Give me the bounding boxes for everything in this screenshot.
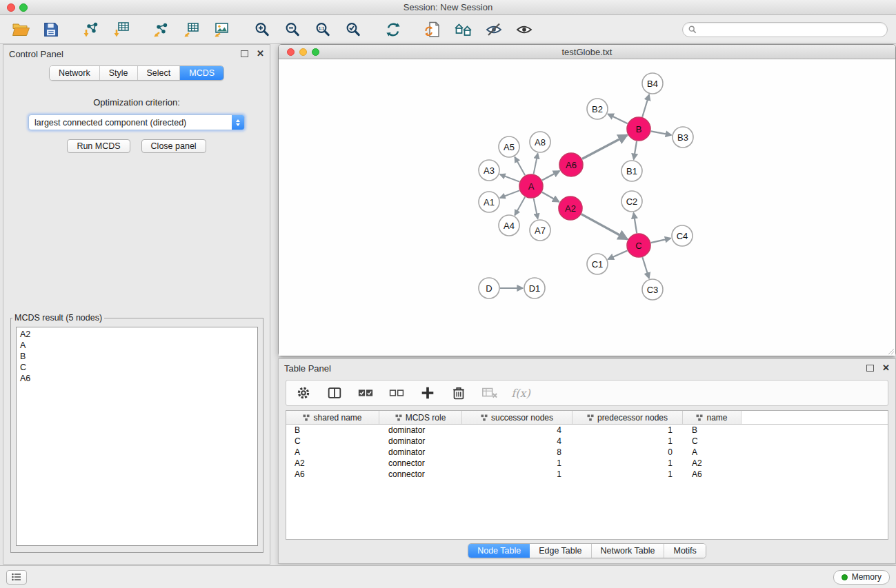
network-close-button[interactable] bbox=[287, 48, 295, 56]
column-header-successor-nodes[interactable]: successor nodes bbox=[462, 411, 573, 424]
graph-node-B[interactable]: B bbox=[627, 117, 650, 141]
graph-edge-A-A2[interactable] bbox=[542, 192, 559, 202]
apply-layout-button[interactable] bbox=[381, 18, 406, 41]
graph-edge-B-B4[interactable] bbox=[642, 94, 649, 117]
graph-edge-B-B1[interactable] bbox=[634, 141, 637, 159]
column-header-shared-name[interactable]: shared name bbox=[286, 411, 379, 424]
document-arrows-button[interactable] bbox=[421, 18, 446, 41]
column-header-name[interactable]: name bbox=[683, 411, 741, 424]
add-column-button[interactable] bbox=[417, 383, 438, 403]
graph-node-B1[interactable]: B1 bbox=[621, 161, 642, 181]
graph-node-C1[interactable]: C1 bbox=[587, 254, 608, 274]
network-minimize-button[interactable] bbox=[299, 48, 307, 56]
float-panel-button[interactable] bbox=[241, 50, 248, 57]
search-input[interactable] bbox=[700, 25, 882, 34]
graph-node-A[interactable]: A bbox=[519, 174, 543, 198]
open-session-button[interactable] bbox=[8, 18, 33, 41]
graph-edge-A-A6[interactable] bbox=[542, 171, 559, 181]
save-session-button[interactable] bbox=[39, 18, 63, 41]
graph-node-A5[interactable]: A5 bbox=[499, 136, 519, 157]
graph-node-D[interactable]: D bbox=[479, 278, 499, 298]
graph-node-C2[interactable]: C2 bbox=[621, 191, 642, 212]
graph-node-C3[interactable]: C3 bbox=[642, 279, 663, 300]
resize-grip[interactable] bbox=[886, 347, 895, 355]
zoom-out-button[interactable] bbox=[280, 18, 305, 41]
result-item[interactable]: B bbox=[20, 351, 254, 362]
apply-function-button[interactable]: f(x) bbox=[510, 383, 531, 403]
table-row[interactable]: A2connector11A2 bbox=[286, 458, 888, 469]
hide-details-button[interactable] bbox=[481, 18, 506, 41]
zoom-fit-button[interactable] bbox=[341, 18, 366, 41]
run-mcds-button[interactable]: Run MCDS bbox=[67, 139, 130, 153]
graph-edge-C-C2[interactable] bbox=[634, 213, 637, 233]
export-table-button[interactable] bbox=[179, 18, 204, 41]
graph-node-A7[interactable]: A7 bbox=[530, 220, 550, 241]
delete-column-button[interactable] bbox=[448, 383, 469, 403]
graph-node-A3[interactable]: A3 bbox=[479, 160, 499, 181]
graph-node-C4[interactable]: C4 bbox=[672, 225, 693, 246]
graph-node-A6[interactable]: A6 bbox=[559, 153, 583, 176]
show-columns-button[interactable] bbox=[324, 383, 345, 403]
tab-network[interactable]: Network bbox=[50, 66, 100, 80]
close-table-panel-button[interactable]: ✕ bbox=[882, 365, 890, 372]
tab-style[interactable]: Style bbox=[100, 66, 138, 80]
float-table-panel-button[interactable] bbox=[866, 365, 874, 372]
tab-network-table[interactable]: Network Table bbox=[592, 544, 665, 558]
import-table-button[interactable] bbox=[109, 18, 134, 41]
table-row[interactable]: Adominator80A bbox=[286, 447, 888, 458]
tab-node-table[interactable]: Node Table bbox=[468, 544, 530, 558]
network-canvas[interactable]: B4B2BB3A8A5A6A3B1AC2A1A2A4A7C4CC1C3DD1 bbox=[279, 59, 895, 356]
graph-edge-C-C3[interactable] bbox=[642, 257, 649, 278]
tab-motifs[interactable]: Motifs bbox=[664, 544, 705, 558]
import-network-button[interactable] bbox=[79, 18, 103, 41]
first-neighbors-button[interactable] bbox=[451, 18, 476, 41]
graph-edge-B-B2[interactable] bbox=[608, 114, 627, 123]
export-network-button[interactable] bbox=[149, 18, 174, 41]
graph-edge-A-A7[interactable] bbox=[534, 199, 538, 219]
tab-select[interactable]: Select bbox=[138, 66, 181, 80]
graph-node-B4[interactable]: B4 bbox=[642, 73, 663, 94]
graph-edge-A-A1[interactable] bbox=[500, 190, 519, 198]
column-header-predecessor-nodes[interactable]: predecessor nodes bbox=[573, 411, 683, 424]
select-all-button[interactable] bbox=[355, 383, 376, 403]
graph-node-B3[interactable]: B3 bbox=[673, 127, 693, 148]
close-panel-button-mcds[interactable]: Close panel bbox=[141, 139, 206, 153]
graph-node-A8[interactable]: A8 bbox=[530, 132, 550, 152]
table-row[interactable]: Cdominator41C bbox=[286, 436, 888, 447]
graph-edge-A2-C[interactable] bbox=[581, 214, 628, 239]
export-image-button[interactable] bbox=[210, 18, 235, 41]
graph-edge-A-A8[interactable] bbox=[534, 154, 538, 174]
graph-node-D1[interactable]: D1 bbox=[524, 278, 545, 298]
zoom-actual-size-button[interactable]: 1:1 bbox=[310, 18, 335, 41]
graph-edge-C-C1[interactable] bbox=[608, 250, 628, 259]
tab-edge-table[interactable]: Edge Table bbox=[530, 544, 591, 558]
criterion-dropdown[interactable]: largest connected component (directed) bbox=[28, 114, 245, 130]
tab-mcds[interactable]: MCDS bbox=[180, 66, 223, 80]
task-history-button[interactable] bbox=[6, 570, 27, 585]
zoom-in-button[interactable] bbox=[250, 18, 275, 41]
deselect-all-button[interactable] bbox=[386, 383, 407, 403]
graph-node-B2[interactable]: B2 bbox=[587, 99, 608, 119]
close-panel-button[interactable]: ✕ bbox=[257, 50, 264, 57]
network-zoom-button[interactable] bbox=[312, 48, 319, 56]
column-header-mcds-role[interactable]: MCDS role bbox=[379, 411, 462, 424]
result-item[interactable]: C bbox=[20, 362, 254, 373]
graph-edge-A-A5[interactable] bbox=[515, 157, 525, 175]
graph-edge-A6-B[interactable] bbox=[582, 135, 627, 159]
graph-node-A4[interactable]: A4 bbox=[499, 215, 519, 236]
graph-edge-C-C4[interactable] bbox=[651, 239, 671, 243]
graph-node-C[interactable]: C bbox=[627, 234, 650, 257]
graph-node-A2[interactable]: A2 bbox=[559, 196, 582, 220]
table-row[interactable]: A6connector11A6 bbox=[286, 469, 888, 480]
network-graph[interactable]: B4B2BB3A8A5A6A3B1AC2A1A2A4A7C4CC1C3DD1 bbox=[279, 59, 895, 356]
show-details-button[interactable] bbox=[512, 18, 537, 41]
graph-edge-A-A3[interactable] bbox=[500, 174, 519, 182]
graph-edge-A-A4[interactable] bbox=[515, 197, 525, 215]
result-item[interactable]: A bbox=[20, 340, 254, 351]
table-row[interactable]: Bdominator41B bbox=[286, 425, 888, 436]
result-item[interactable]: A2 bbox=[20, 329, 254, 340]
delete-table-button[interactable] bbox=[479, 383, 500, 403]
table-settings-button[interactable] bbox=[293, 383, 314, 403]
graph-node-A1[interactable]: A1 bbox=[479, 192, 499, 212]
graph-edge-B-B3[interactable] bbox=[651, 131, 672, 135]
